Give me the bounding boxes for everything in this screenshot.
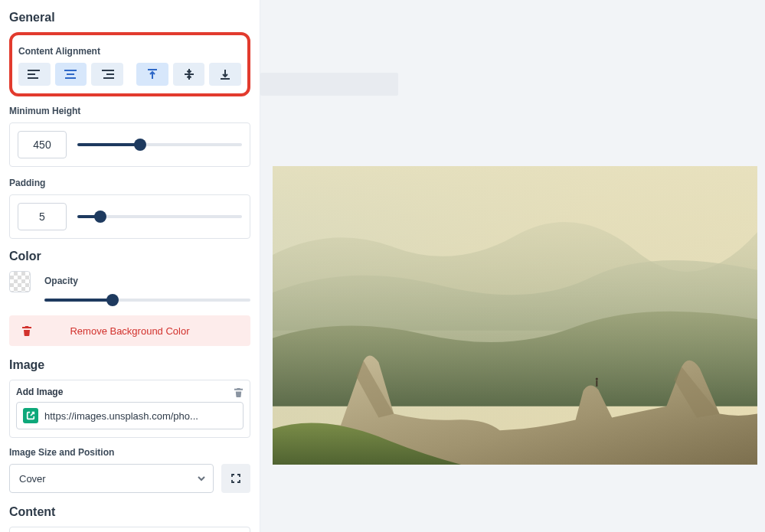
section-title-content: Content <box>9 505 250 519</box>
content-alignment-highlight: Content Alignment <box>9 32 250 96</box>
padding-input[interactable] <box>18 203 67 230</box>
add-image-label: Add Image <box>16 387 63 397</box>
fullscreen-icon <box>230 472 242 485</box>
align-center-icon <box>64 69 77 80</box>
image-size-value: Cover <box>19 473 46 485</box>
image-size-label: Image Size and Position <box>9 447 250 458</box>
svg-rect-3 <box>64 70 77 71</box>
min-height-input[interactable] <box>18 131 67 158</box>
settings-sidebar: General Content Alignment <box>0 0 260 532</box>
image-url-box[interactable]: https://images.unsplash.com/pho... <box>16 402 244 429</box>
section-title-image: Image <box>9 358 250 372</box>
trash-icon[interactable] <box>234 387 244 397</box>
trash-icon <box>21 325 32 336</box>
align-bottom-icon <box>219 68 231 80</box>
remove-background-color-button[interactable]: Remove Background Color <box>9 315 250 346</box>
remove-background-color-label: Remove Background Color <box>70 325 189 337</box>
image-panel: Add Image https://images.unsplash.com/ph… <box>9 380 250 438</box>
svg-rect-5 <box>65 77 76 79</box>
align-left-button[interactable] <box>18 63 51 86</box>
content-alignment-label: Content Alignment <box>18 46 241 57</box>
align-top-icon <box>146 68 159 80</box>
placeholder-block <box>260 73 398 96</box>
padding-label: Padding <box>9 178 250 188</box>
align-left-icon <box>28 69 41 80</box>
align-bottom-button[interactable] <box>209 63 241 86</box>
min-height-panel <box>9 122 250 167</box>
svg-rect-1 <box>28 73 35 75</box>
svg-rect-7 <box>106 73 114 75</box>
svg-rect-6 <box>102 70 114 71</box>
svg-rect-8 <box>103 77 114 79</box>
svg-rect-0 <box>28 70 40 71</box>
svg-rect-2 <box>28 77 38 79</box>
padding-slider[interactable] <box>77 209 242 224</box>
min-height-label: Minimum Height <box>9 106 250 116</box>
background-color-swatch[interactable] <box>9 271 31 292</box>
content-alignment-controls <box>18 63 241 86</box>
section-title-color: Color <box>9 250 250 263</box>
chevron-down-icon <box>197 474 206 483</box>
hero-image <box>273 166 757 465</box>
align-middle-button[interactable] <box>173 63 205 86</box>
fullscreen-button[interactable] <box>221 464 250 493</box>
image-size-select[interactable]: Cover <box>9 464 214 493</box>
opacity-label: Opacity <box>44 276 250 286</box>
min-height-slider[interactable] <box>77 137 242 152</box>
canvas-area <box>260 0 765 532</box>
align-right-button[interactable] <box>91 63 123 86</box>
padding-panel <box>9 194 250 239</box>
content-text-row[interactable]: Text + <box>9 527 250 532</box>
svg-point-19 <box>596 377 598 380</box>
align-top-button[interactable] <box>136 63 168 86</box>
opacity-slider[interactable] <box>44 292 250 308</box>
align-right-icon <box>100 69 114 80</box>
image-url: https://images.unsplash.com/pho... <box>44 410 198 422</box>
section-title-general: General <box>9 11 250 24</box>
svg-rect-4 <box>67 73 74 75</box>
align-middle-icon <box>183 68 195 80</box>
align-center-button[interactable] <box>55 63 87 86</box>
svg-rect-18 <box>596 380 597 387</box>
external-link-icon <box>23 408 38 423</box>
